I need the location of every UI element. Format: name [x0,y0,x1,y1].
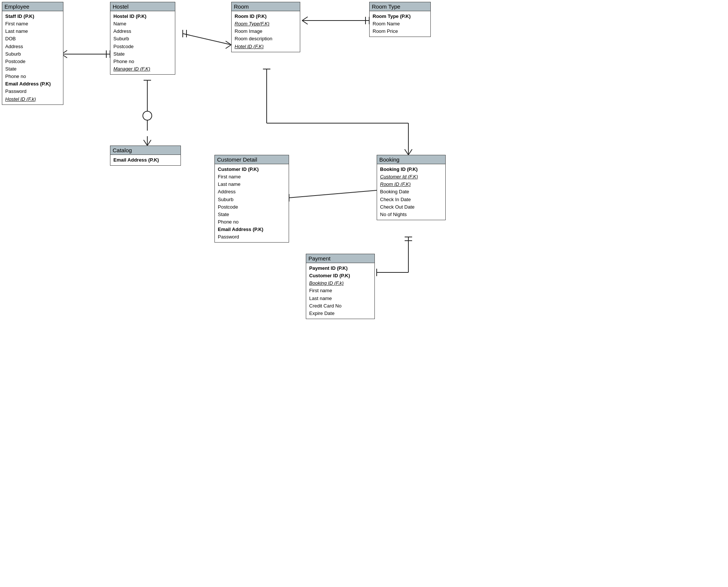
field-manager-fk: Manager ID (F.K) [113,65,172,73]
entity-hostel-body: Hostel ID (P.K) Name Address Suburb Post… [110,11,175,74]
field-room-id: Room ID (P.K) [235,13,297,20]
field-checkout: Check Out Date [380,203,442,211]
field-last-name: Last name [309,295,371,302]
entity-employee-body: Staff ID (P.K) First name Last name DOB … [2,11,63,104]
field-room-desc: Room description [235,35,297,43]
field-address: Address [5,43,60,50]
entity-hostel-header: Hostel [110,2,175,11]
entity-employee: Employee Staff ID (P.K) First name Last … [2,2,63,105]
entity-booking-body: Booking ID (P.K) Customer Id (F.K) Room … [377,164,445,220]
svg-line-9 [226,41,231,45]
field-phone: Phone no [113,58,172,65]
field-payment-id: Payment ID (P.K) [309,265,371,272]
entity-room-body: Room ID (P.K) Room Type(F.K) Room Image … [232,11,300,52]
svg-line-19 [147,140,151,146]
entity-customerdetail-body: Customer ID (P.K) First name Last name A… [215,164,289,242]
svg-line-18 [144,140,147,146]
field-email-pk: Email Address (P.K) [218,226,286,233]
field-first-name: First name [5,20,60,28]
entity-catalog: Catalog Email Address (P.K) [110,146,181,166]
field-cc-no: Credit Card No [309,302,371,310]
entity-roomtype-body: Room Type (P.K) Room Name Room Price [370,11,430,37]
entity-customerdetail: Customer Detail Customer ID (P.K) First … [214,155,289,243]
field-staff-id: Staff ID (P.K) [5,13,60,20]
entity-payment-header: Payment [306,254,374,263]
field-catalog-email: Email Address (P.K) [113,156,178,164]
svg-line-10 [226,45,231,49]
entity-payment-body: Payment ID (P.K) Customer ID (P.K) Booki… [306,263,374,319]
entity-booking: Booking Booking ID (P.K) Customer Id (F.… [377,155,446,220]
entity-roomtype: Room Type Room Type (P.K) Room Name Room… [369,2,431,37]
svg-line-6 [183,34,231,45]
field-last-name: Last name [5,28,60,35]
field-address: Address [113,28,172,35]
field-room-image: Room Image [235,28,297,35]
entity-catalog-body: Email Address (P.K) [110,155,181,165]
field-hotel-fk: Hotel ID (F.K) [235,43,297,50]
field-last-name: Last name [218,181,286,188]
svg-line-15 [302,21,308,24]
field-booking-date: Booking Date [380,188,442,196]
field-checkin: Check In Date [380,196,442,203]
entity-roomtype-header: Room Type [370,2,430,11]
field-first-name: First name [218,173,286,181]
field-hostel-id: Hostel ID (P.K) [113,13,172,20]
field-postcode: Postcode [5,58,60,65]
field-room-price: Room Price [373,28,427,35]
field-name: Name [113,20,172,28]
field-first-name: First name [309,287,371,294]
field-suburb: Suburb [218,196,286,203]
field-phone: Phone no [218,218,286,226]
field-state: State [5,65,60,73]
field-roomtype-fk: Room Type(F.K) [235,20,297,28]
entity-catalog-header: Catalog [110,146,181,155]
field-suburb: Suburb [5,50,60,58]
field-expire: Expire Date [309,310,371,317]
entity-employee-header: Employee [2,2,63,11]
field-email: Email Address (P.K) [5,80,60,88]
entity-room-header: Room [232,2,300,11]
entity-customerdetail-header: Customer Detail [215,155,289,164]
field-roomid-fk: Room ID (F.K) [380,181,442,188]
field-state: State [218,211,286,218]
svg-line-29 [289,190,377,198]
entity-payment: Payment Payment ID (P.K) Customer ID (P.… [306,254,375,319]
svg-line-14 [302,17,308,21]
field-roomtype-id: Room Type (P.K) [373,13,427,20]
field-phone: Phone no [5,73,60,80]
field-customerid-fk: Customer Id (F.K) [380,173,442,181]
field-postcode: Postcode [218,203,286,211]
field-postcode: Postcode [113,43,172,50]
entity-hostel: Hostel Hostel ID (P.K) Name Address Subu… [110,2,175,75]
field-password: Password [218,233,286,241]
field-customer-id-pk: Customer ID (P.K) [309,272,371,280]
svg-line-26 [405,149,408,155]
entity-room: Room Room ID (P.K) Room Type(F.K) Room I… [231,2,300,52]
field-suburb: Suburb [113,35,172,43]
field-dob: DOB [5,35,60,43]
field-state: State [113,50,172,58]
svg-line-27 [408,149,412,155]
field-hostel-fk: Hostel ID (F.k) [5,96,60,103]
field-room-name: Room Name [373,20,427,28]
field-customer-id: Customer ID (P.K) [218,166,286,173]
field-password: Password [5,88,60,95]
field-nights: No of Nights [380,211,442,218]
svg-point-17 [143,111,152,120]
field-booking-fk: Booking ID (F.k) [309,280,371,287]
field-address: Address [218,188,286,196]
field-booking-id: Booking ID (P.K) [380,166,442,173]
entity-booking-header: Booking [377,155,445,164]
